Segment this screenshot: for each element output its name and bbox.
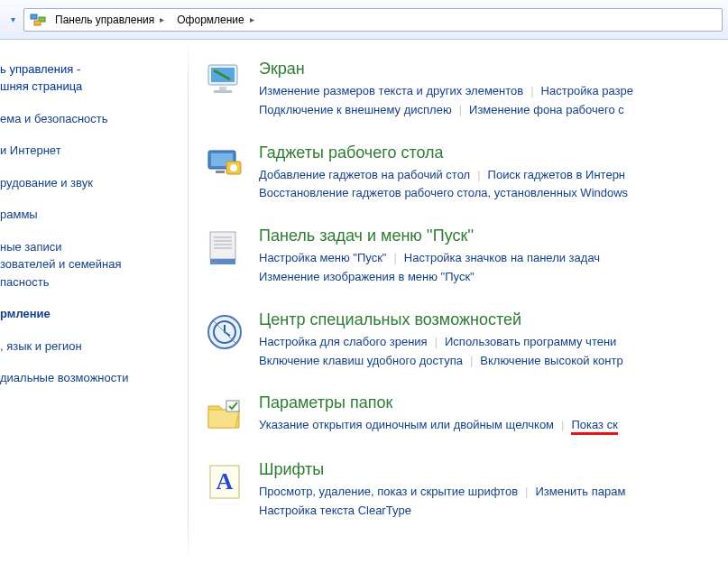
sidebar-item-region[interactable]: , язык и регион — [0, 337, 179, 356]
section-title[interactable]: Шрифты — [259, 460, 728, 479]
section-folder-options: Параметры папок Указание открытия одиноч… — [203, 393, 728, 437]
breadcrumb[interactable]: Панель управления▸ Оформление▸ — [23, 8, 723, 32]
task-link[interactable]: Подключение к внешнему дисплею — [259, 103, 452, 116]
main-content: Экран Изменение размеров текста и других… — [189, 40, 728, 564]
sidebar-item-network[interactable]: и Интернет — [0, 142, 179, 160]
section-taskbar: Панель задач и меню ''Пуск'' Настройка м… — [203, 227, 728, 287]
task-link[interactable]: Настройка текста ClearType — [259, 504, 411, 517]
control-panel-icon — [30, 12, 46, 28]
breadcrumb-current[interactable]: Оформление▸ — [173, 14, 263, 26]
sidebar-item-accounts[interactable]: ные записи зователей и семейная пасность — [0, 238, 179, 291]
svg-rect-2 — [34, 21, 41, 25]
sidebar-item-hardware[interactable]: рудование и звук — [0, 174, 179, 192]
task-link[interactable]: Поиск гаджетов в Интерн — [488, 168, 625, 181]
section-title[interactable]: Центр специальных возможностей — [259, 310, 728, 329]
svg-text:A: A — [217, 468, 234, 495]
accessibility-icon — [203, 310, 246, 354]
task-link[interactable]: Использовать программу чтени — [445, 335, 616, 348]
section-fonts: A Шрифты Просмотр, удаление, показ и скр… — [203, 460, 728, 521]
svg-point-10 — [230, 164, 237, 171]
gadgets-icon — [203, 143, 246, 187]
section-accessibility: Центр специальных возможностей Настройка… — [203, 310, 728, 371]
chevron-right-icon: ▸ — [160, 14, 164, 24]
task-link[interactable]: Указание открытия одиночным или двойным … — [259, 418, 554, 431]
task-link[interactable]: Изменение размеров текста и других элеме… — [259, 84, 523, 97]
task-link[interactable]: Настройка значков на панели задач — [404, 251, 600, 264]
section-display: Экран Изменение размеров текста и других… — [203, 60, 728, 120]
task-link[interactable]: Настройка меню "Пуск" — [259, 251, 386, 264]
task-link[interactable]: Включение клавиш удобного доступа — [259, 354, 463, 367]
taskbar-icon — [203, 227, 246, 270]
task-link[interactable]: Восстановление гаджетов рабочего стола, … — [259, 186, 628, 199]
sidebar: ь управления - шняя страница ема и безоп… — [0, 40, 188, 564]
svg-rect-21 — [226, 401, 239, 411]
svg-rect-12 — [210, 232, 235, 259]
section-title[interactable]: Экран — [259, 60, 728, 79]
sidebar-item-security[interactable]: ема и безопасность — [0, 110, 179, 128]
task-link[interactable]: Изменение изображения в меню "Пуск" — [259, 270, 475, 283]
sidebar-item-accessibility[interactable]: диальные возможности — [0, 369, 179, 387]
svg-rect-11 — [216, 171, 225, 173]
task-link[interactable]: Изменение фона рабочего с — [469, 103, 624, 116]
chevron-right-icon: ▸ — [250, 14, 254, 24]
fonts-icon: A — [203, 460, 246, 504]
svg-rect-5 — [219, 87, 226, 90]
address-bar: ▾ Панель управления▸ Оформление▸ — [0, 0, 728, 40]
sidebar-home-link[interactable]: ь управления - шняя страница — [0, 61, 179, 96]
svg-rect-6 — [214, 90, 232, 93]
section-title[interactable]: Панель задач и меню ''Пуск'' — [259, 227, 728, 245]
task-link[interactable]: Изменить парам — [535, 485, 625, 498]
sidebar-item-appearance[interactable]: рмление — [0, 305, 179, 323]
section-title[interactable]: Гаджеты рабочего стола — [259, 143, 728, 162]
task-link[interactable]: Просмотр, удаление, показ и скрытие шриф… — [259, 485, 518, 498]
nav-dropdown-icon[interactable]: ▾ — [5, 14, 20, 24]
breadcrumb-root[interactable]: Панель управления▸ — [51, 14, 173, 26]
task-link-highlighted[interactable]: Показ ск — [571, 418, 617, 435]
folder-icon — [203, 393, 246, 437]
svg-rect-0 — [31, 14, 37, 19]
task-link[interactable]: Добавление гаджетов на рабочий стол — [259, 168, 470, 181]
sidebar-item-programs[interactable]: раммы — [0, 206, 179, 224]
display-icon — [203, 60, 246, 103]
task-link[interactable]: Включение высокой контр — [480, 354, 622, 367]
section-gadgets: Гаджеты рабочего стола Добавление гаджет… — [203, 143, 728, 204]
task-link[interactable]: Настройка разре — [541, 84, 633, 97]
task-link[interactable]: Настройка для слабого зрения — [259, 335, 428, 348]
section-title[interactable]: Параметры папок — [259, 393, 728, 412]
